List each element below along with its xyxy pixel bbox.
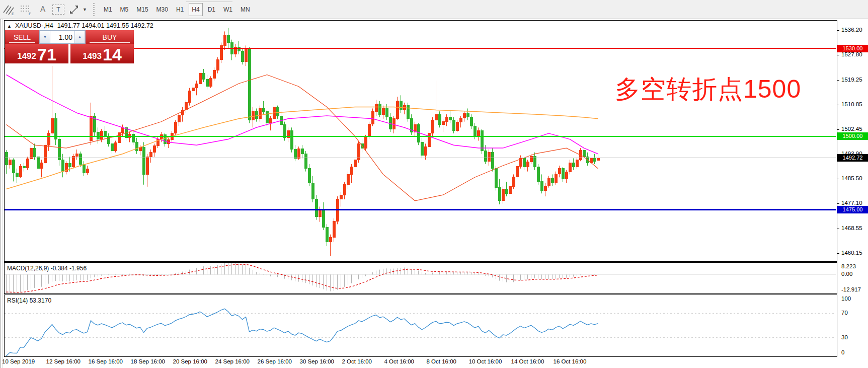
price-axis-label: 1468.55 (841, 225, 862, 231)
rsi-indicator-label: RSI(14) 53.3170 (7, 297, 51, 304)
arrows-icon[interactable] (66, 3, 82, 17)
price-axis-tick (837, 105, 839, 105)
sell-button[interactable]: SELL (5, 30, 39, 44)
macd-axis-label: -12.917 (841, 286, 861, 292)
buy-button[interactable]: BUY (86, 30, 134, 44)
price-axis-tick (837, 55, 839, 55)
chart-window: ▲XAUUSD-,H41491.77 1494.01 1491.55 1492.… (0, 19, 868, 368)
price-axis-label: 1477.10 (841, 200, 862, 206)
price-axis-tick (837, 80, 839, 81)
time-axis-label: 30 Sep 16:00 (300, 358, 334, 364)
timeframe-button-d1[interactable]: D1 (205, 3, 218, 16)
ohlc-values: 1491.77 1494.01 1491.55 1492.72 (57, 22, 153, 29)
timeframe-button-m30[interactable]: M30 (153, 3, 171, 16)
collapse-panel-icon[interactable]: ▲ (7, 24, 12, 29)
rsi-axis-label: 0 (841, 349, 844, 355)
time-axis-label: 24 Sep 16:00 (215, 358, 250, 364)
svg-text:E: E (12, 12, 14, 16)
time-axis-label: 26 Sep 16:00 (258, 358, 292, 364)
timeframe-button-w1[interactable]: W1 (220, 3, 235, 16)
grid-f-icon[interactable]: F (18, 3, 33, 17)
price-line-badge: 1475.00 (837, 206, 868, 213)
time-axis-label: 4 Oct 16:00 (384, 358, 414, 364)
macd-indicator-label: MACD(12,26,9) -0.384 -1.956 (7, 265, 87, 272)
timeframe-button-mn[interactable]: MN (238, 3, 253, 16)
time-axis-label: 8 Oct 16:00 (427, 358, 456, 364)
price-axis-tick (837, 203, 839, 204)
timeframe-button-m15[interactable]: M15 (133, 3, 151, 16)
volume-input[interactable] (50, 31, 74, 43)
chart-pattern-e-icon[interactable]: E (1, 3, 16, 17)
price-axis-label: 1510.85 (841, 101, 862, 107)
sell-price-small: 1492 (17, 52, 36, 60)
macd-axis-label: 0.00 (841, 271, 852, 277)
sell-price-display[interactable]: 1492 71 (5, 44, 68, 63)
one-click-trading-panel: SELL ▼ ▲ BUY 1492 71 1493 14 (5, 30, 134, 63)
volume-decrease-button[interactable]: ▼ (40, 31, 50, 43)
price-axis-tick (837, 129, 839, 130)
timeframe-button-m1[interactable]: M1 (101, 3, 115, 16)
price-line-badge: 1530.00 (837, 45, 868, 52)
timeframe-button-m5[interactable]: M5 (117, 3, 132, 16)
toolbar: E F A T ▼ M1M5M15M30H1H4D1W1MN (0, 0, 868, 19)
time-axis-label: 16 Sep 16:00 (89, 358, 123, 364)
toolbar-separator (92, 3, 96, 16)
price-axis-label: 1527.80 (841, 51, 862, 57)
time-axis-label: 20 Sep 16:00 (173, 358, 207, 364)
price-axis-tick (837, 229, 839, 229)
time-axis-label: 14 Oct 16:00 (511, 358, 544, 364)
price-axis-tick (837, 179, 839, 179)
timeframe-button-h4[interactable]: H4 (189, 3, 202, 16)
time-axis-label: 18 Sep 16:00 (131, 358, 165, 364)
text-label-icon[interactable]: A (35, 3, 50, 17)
volume-stepper: ▼ ▲ (39, 30, 86, 44)
chart-annotation-text: 多空转折点1500 (615, 72, 801, 106)
text-box-icon[interactable]: T (52, 5, 64, 15)
rsi-axis-label: 30 (841, 334, 848, 340)
price-axis-label: 1519.25 (841, 77, 862, 83)
chevron-down-icon[interactable]: ▼ (83, 7, 87, 12)
sell-price-big: 71 (37, 48, 56, 62)
price-chart-canvas (0, 19, 868, 368)
rsi-axis-label: 70 (841, 310, 848, 316)
price-line-badge: 1492.72 (837, 154, 868, 162)
timeframe-button-h1[interactable]: H1 (173, 3, 187, 16)
timeframe-buttons: M1M5M15M30H1H4D1W1MN (100, 3, 254, 16)
svg-text:F: F (29, 12, 31, 16)
time-axis-label: 10 Sep 2019 (2, 358, 35, 364)
buy-price-big: 14 (103, 48, 122, 62)
price-axis-label: 1536.20 (841, 27, 862, 33)
volume-increase-button[interactable]: ▲ (74, 31, 85, 43)
price-axis-tick (837, 30, 839, 31)
symbol-label: XAUUSD-,H4 (15, 22, 53, 29)
price-line-badge: 1500.00 (837, 132, 868, 140)
mt4-terminal: E F A T ▼ M1M5M15M30H1H4D1W1MN (0, 0, 868, 368)
time-axis-label: 16 Oct 16:00 (554, 358, 587, 364)
price-axis-label: 1485.50 (841, 175, 862, 181)
time-axis-label: 12 Sep 16:00 (46, 358, 81, 364)
buy-price-small: 1493 (83, 52, 102, 60)
price-axis-tick (837, 253, 839, 254)
time-axis-label: 10 Oct 16:00 (469, 358, 502, 364)
price-axis-label: 1460.15 (841, 250, 862, 256)
time-axis-label: 2 Oct 16:00 (342, 358, 372, 364)
macd-axis-label: 8.223 (841, 263, 856, 269)
chart-ohlc-header: ▲XAUUSD-,H41491.77 1494.01 1491.55 1492.… (7, 22, 153, 29)
toolbar-top-fragment (186, 0, 232, 2)
buy-price-display[interactable]: 1493 14 (70, 44, 134, 63)
price-axis-label: 1502.45 (841, 126, 862, 132)
rsi-axis-label: 100 (841, 296, 851, 302)
